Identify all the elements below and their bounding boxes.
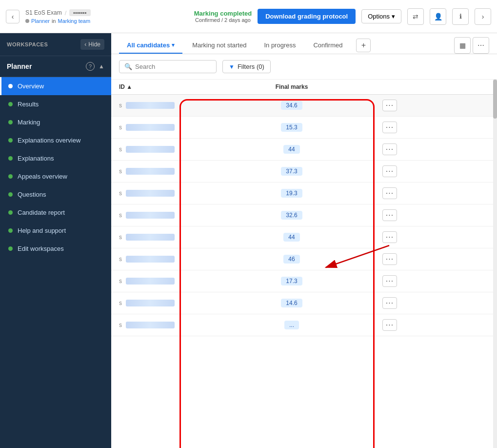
mark-badge: 44: [283, 145, 299, 154]
tab-in-progress[interactable]: In progress: [256, 38, 303, 54]
id-blur: [126, 234, 175, 241]
help-icon[interactable]: ?: [86, 62, 95, 71]
id-blur: [126, 278, 175, 285]
marking-team-link[interactable]: Marking team: [58, 18, 90, 24]
row-menu-button[interactable]: ···: [382, 187, 397, 199]
content-area: All candidates ▾ Marking not started In …: [111, 33, 497, 448]
download-button[interactable]: Download grading protocol: [258, 9, 356, 24]
tab-add-icon: +: [361, 41, 366, 50]
tab-bar: All candidates ▾ Marking not started In …: [111, 33, 497, 54]
cell-actions: ···: [375, 117, 497, 139]
cell-marks: 34.6: [209, 95, 375, 117]
row-menu-button[interactable]: ···: [382, 122, 397, 133]
cell-marks: 17.3: [209, 270, 375, 292]
row-menu-button[interactable]: ···: [382, 209, 397, 221]
scrollbar-track[interactable]: [493, 80, 497, 448]
id-letter: s: [119, 322, 122, 328]
scrollbar-thumb[interactable]: [493, 80, 497, 119]
planner-label: Planner: [7, 62, 32, 70]
tab-confirmed[interactable]: Confirmed: [305, 38, 350, 54]
sort-icon[interactable]: ▲: [126, 83, 132, 90]
table-row[interactable]: s 37.3 ···: [111, 161, 497, 183]
table-row[interactable]: s 44 ···: [111, 139, 497, 161]
cell-marks: 44: [209, 139, 375, 161]
row-menu-button[interactable]: ···: [382, 275, 397, 287]
table-body: s 34.6 ··· s 15.3 ···: [111, 95, 497, 336]
collapse-icon-button[interactable]: ›: [475, 8, 491, 25]
nav-dot-appeals-overview: [8, 174, 13, 179]
cell-id: s: [111, 95, 209, 117]
row-menu-button[interactable]: ···: [382, 100, 397, 111]
sidebar-item-label-help-and-support: Help and support: [18, 227, 66, 234]
sidebar-item-help-and-support[interactable]: Help and support: [0, 222, 111, 240]
row-menu-button[interactable]: ···: [382, 143, 397, 155]
planner-icons: ? ▲: [86, 62, 104, 71]
mark-badge: 34.6: [281, 101, 302, 110]
table-row[interactable]: s 19.3 ···: [111, 183, 497, 204]
row-menu-button[interactable]: ···: [382, 319, 397, 331]
mark-badge: 17.3: [281, 277, 302, 285]
table-row[interactable]: s 15.3 ···: [111, 117, 497, 139]
row-menu-button[interactable]: ···: [382, 165, 397, 177]
sidebar-item-results[interactable]: Results: [0, 95, 111, 113]
hide-button[interactable]: ‹ Hide: [80, 39, 104, 50]
tab-all-candidates[interactable]: All candidates ▾: [119, 38, 182, 54]
row-menu-button[interactable]: ···: [382, 253, 397, 265]
mark-badge: 32.6: [281, 211, 302, 220]
cell-actions: ···: [375, 314, 497, 336]
mark-badge: 19.3: [281, 189, 302, 198]
id-letter: s: [119, 212, 122, 219]
cell-id: s: [111, 183, 209, 204]
tab-in-progress-label: In progress: [264, 41, 296, 49]
table-row[interactable]: s ... ···: [111, 314, 497, 336]
id-blur: [126, 322, 175, 328]
user-icon: 👤: [434, 13, 442, 20]
search-input[interactable]: [135, 63, 203, 70]
cell-id: s: [111, 204, 209, 226]
sidebar-item-marking[interactable]: Marking: [0, 113, 111, 131]
table-row[interactable]: s 14.6 ···: [111, 292, 497, 314]
nav-dot-candidate-report: [8, 210, 13, 215]
search-filter-bar: 🔍 ▼ Filters (0): [111, 54, 497, 80]
sidebar-item-explanations[interactable]: Explanations: [0, 149, 111, 167]
id-letter: s: [119, 168, 122, 175]
table-row[interactable]: s 46 ···: [111, 248, 497, 270]
id-letter: s: [119, 234, 122, 241]
filter-icon: ▼: [229, 63, 235, 70]
table-row[interactable]: s 34.6 ···: [111, 95, 497, 117]
search-icon: 🔍: [124, 63, 132, 70]
grid-view-icon: ▦: [459, 41, 466, 49]
row-menu-button[interactable]: ···: [382, 297, 397, 309]
table-row[interactable]: s 17.3 ···: [111, 270, 497, 292]
sidebar-item-questions[interactable]: Questions: [0, 185, 111, 204]
transfer-icon-button[interactable]: ⇄: [407, 8, 424, 25]
row-menu-button[interactable]: ···: [382, 231, 397, 243]
tab-add-button[interactable]: +: [356, 39, 371, 52]
planner-link[interactable]: Planner: [31, 18, 50, 24]
id-letter: s: [119, 256, 122, 263]
sidebar-item-explanations-overview[interactable]: Explanations overview: [0, 131, 111, 149]
cell-actions: ···: [375, 161, 497, 183]
cell-marks: 15.3: [209, 117, 375, 139]
sidebar: WORKSPACES ‹ Hide Planner ? ▲ Overview R…: [0, 33, 111, 448]
col-header-id: ID ▲: [111, 80, 209, 95]
grid-view-button[interactable]: ▦: [454, 37, 471, 54]
filter-button[interactable]: ▼ Filters (0): [222, 60, 271, 73]
sidebar-item-candidate-report[interactable]: Candidate report: [0, 204, 111, 222]
sidebar-item-appeals-overview[interactable]: Appeals overview: [0, 167, 111, 185]
tab-marking-not-started[interactable]: Marking not started: [184, 38, 254, 54]
collapse-nav-icon[interactable]: ▲: [99, 63, 104, 70]
info-icon-button[interactable]: ℹ: [452, 8, 469, 25]
cell-actions: ···: [375, 139, 497, 161]
sidebar-item-overview[interactable]: Overview: [0, 77, 111, 95]
options-button[interactable]: Options ▾: [361, 9, 401, 23]
user-icon-button[interactable]: 👤: [430, 8, 446, 25]
id-blur: [126, 168, 175, 175]
table-row[interactable]: s 32.6 ···: [111, 204, 497, 226]
back-button[interactable]: ‹: [6, 10, 20, 23]
more-options-button[interactable]: ⋯: [473, 37, 489, 54]
sidebar-item-edit-workspaces[interactable]: Edit workspaces: [0, 240, 111, 258]
table-row[interactable]: s 44 ···: [111, 226, 497, 248]
id-blur: [126, 300, 175, 306]
id-blur: [126, 212, 175, 219]
